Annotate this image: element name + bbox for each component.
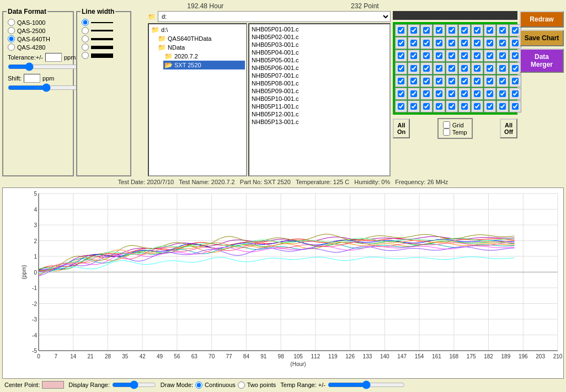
data-format-radio-QAS-640TH[interactable]	[8, 35, 15, 42]
grid-cell-checkbox-47[interactable]	[487, 78, 493, 84]
grid-cell-37[interactable]	[484, 62, 496, 74]
grid-cell-61[interactable]	[408, 100, 420, 112]
grid-cell-62[interactable]	[420, 100, 432, 112]
grid-cell-2[interactable]	[420, 24, 432, 36]
line-width-radio-4[interactable]	[82, 44, 89, 51]
grid-cell-checkbox-42[interactable]	[423, 78, 430, 84]
grid-cell-checkbox-35[interactable]	[461, 65, 468, 72]
folder-item[interactable]: 📂SXT 2520	[163, 61, 245, 69]
grid-cell-checkbox-52[interactable]	[423, 90, 430, 97]
grid-cell-checkbox-68[interactable]	[499, 103, 506, 110]
folder-item[interactable]: 📁NData	[157, 43, 245, 52]
grid-cell-8[interactable]	[496, 24, 509, 36]
grid-cell-checkbox-21[interactable]	[410, 52, 417, 59]
grid-cell-checkbox-38[interactable]	[499, 65, 506, 72]
grid-cell-55[interactable]	[458, 88, 471, 100]
grid-cell-54[interactable]	[446, 88, 458, 100]
grid-cell-checkbox-45[interactable]	[461, 78, 468, 84]
grid-cell-42[interactable]	[420, 75, 432, 87]
drive-select[interactable]: d:	[158, 11, 391, 22]
grid-cell-checkbox-28[interactable]	[499, 52, 506, 59]
grid-cell-checkbox-53[interactable]	[436, 90, 442, 97]
grid-cell-checkbox-8[interactable]	[499, 27, 506, 34]
grid-cell-checkbox-20[interactable]	[398, 52, 404, 59]
grid-cell-26[interactable]	[471, 50, 483, 62]
grid-cell-checkbox-29[interactable]	[512, 52, 519, 59]
grid-cell-checkbox-64[interactable]	[448, 103, 455, 110]
grid-cell-46[interactable]	[471, 75, 483, 87]
grid-cell-32[interactable]	[420, 62, 432, 74]
file-item[interactable]: NHB05P01-001.c	[250, 25, 388, 33]
grid-cell-checkbox-43[interactable]	[436, 78, 442, 84]
line-width-radio-3[interactable]	[82, 35, 89, 42]
grid-cell-checkbox-33[interactable]	[436, 65, 442, 72]
shift-input[interactable]: 0	[24, 74, 40, 83]
grid-cell-checkbox-18[interactable]	[499, 40, 506, 46]
grid-cell-43[interactable]	[433, 75, 445, 87]
grid-cell-checkbox-57[interactable]	[487, 90, 493, 97]
line-width-radio-5[interactable]	[82, 52, 89, 59]
grid-cell-14[interactable]	[446, 37, 458, 49]
grid-cell-checkbox-24[interactable]	[448, 52, 455, 59]
grid-cell-21[interactable]	[408, 50, 420, 62]
data-format-radio-QAS-4280[interactable]	[8, 44, 15, 51]
grid-cell-checkbox-48[interactable]	[499, 78, 506, 84]
grid-cell-1[interactable]	[408, 24, 420, 36]
grid-cell-25[interactable]	[458, 50, 471, 62]
grid-cell-18[interactable]	[496, 37, 509, 49]
grid-cell-checkbox-26[interactable]	[474, 52, 480, 59]
grid-cell-checkbox-54[interactable]	[448, 90, 455, 97]
file-item[interactable]: NHB05P11-001.c	[250, 103, 388, 110]
grid-cell-checkbox-50[interactable]	[398, 90, 404, 97]
grid-cell-checkbox-66[interactable]	[474, 103, 480, 110]
grid-cell-24[interactable]	[446, 50, 458, 62]
grid-cell-checkbox-11[interactable]	[410, 40, 417, 46]
grid-cell-48[interactable]	[496, 75, 509, 87]
grid-cell-checkbox-17[interactable]	[487, 40, 493, 46]
grid-cell-checkbox-25[interactable]	[461, 52, 468, 59]
redraw-button[interactable]: Redraw	[520, 11, 564, 28]
grid-cell-checkbox-19[interactable]	[512, 40, 519, 46]
grid-cell-checkbox-40[interactable]	[398, 78, 404, 84]
grid-cell-checkbox-22[interactable]	[423, 52, 430, 59]
grid-cell-checkbox-65[interactable]	[461, 103, 468, 110]
grid-cell-65[interactable]	[458, 100, 471, 112]
draw-mode-continuous-radio[interactable]	[195, 382, 202, 389]
grid-cell-checkbox-6[interactable]	[474, 27, 480, 34]
folder-item[interactable]: 📁d:\	[150, 25, 245, 34]
data-format-radio-QAS-1000[interactable]	[8, 19, 15, 26]
grid-cell-11[interactable]	[408, 37, 420, 49]
grid-cell-47[interactable]	[484, 75, 496, 87]
tolerance-input[interactable]: 5	[45, 53, 62, 62]
grid-cell-checkbox-46[interactable]	[474, 78, 480, 84]
grid-cell-34[interactable]	[446, 62, 458, 74]
grid-cell-checkbox-1[interactable]	[410, 27, 417, 34]
grid-cell-50[interactable]	[395, 88, 407, 100]
save-chart-button[interactable]: Save Chart	[520, 30, 564, 46]
grid-cell-7[interactable]	[484, 24, 496, 36]
temp-range-slider[interactable]	[328, 381, 405, 389]
grid-cell-67[interactable]	[484, 100, 496, 112]
file-item[interactable]: NHB05P13-001.c	[250, 118, 388, 126]
grid-cell-3[interactable]	[433, 24, 445, 36]
grid-cell-68[interactable]	[496, 100, 509, 112]
display-range-slider[interactable]	[112, 381, 156, 389]
grid-cell-36[interactable]	[471, 62, 483, 74]
data-format-radio-QAS-2500[interactable]	[8, 27, 15, 34]
grid-cell-checkbox-9[interactable]	[512, 27, 519, 34]
file-item[interactable]: NHB05P08-001.c	[250, 79, 388, 87]
grid-cell-checkbox-23[interactable]	[436, 52, 442, 59]
grid-cell-checkbox-69[interactable]	[512, 103, 519, 110]
grid-cell-63[interactable]	[433, 100, 445, 112]
shift-slider[interactable]	[8, 84, 85, 92]
grid-cell-60[interactable]	[395, 100, 407, 112]
grid-cell-64[interactable]	[446, 100, 458, 112]
grid-cell-58[interactable]	[496, 88, 509, 100]
grid-cell-28[interactable]	[496, 50, 509, 62]
grid-cell-checkbox-16[interactable]	[474, 40, 480, 46]
grid-cell-30[interactable]	[395, 62, 407, 74]
file-item[interactable]: NHB05P10-001.c	[250, 95, 388, 103]
grid-cell-checkbox-15[interactable]	[461, 40, 468, 46]
grid-cell-checkbox-30[interactable]	[398, 65, 404, 72]
grid-cell-52[interactable]	[420, 88, 432, 100]
